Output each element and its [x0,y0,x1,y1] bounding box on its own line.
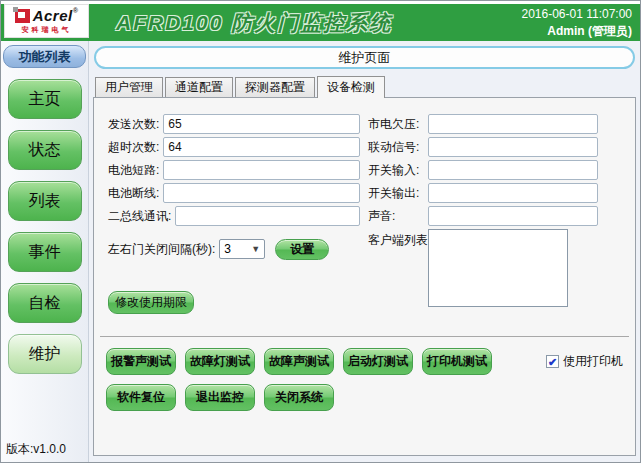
linkage-signal-input[interactable] [428,137,598,157]
switch-output-label: 开关输出: [368,185,426,202]
start-light-test-button[interactable]: 启动灯测试 [343,348,413,375]
door-interval-row: 左右门关闭间隔(秒): 3 ▼ 设置 [108,238,360,260]
fault-sound-test-button[interactable]: 故障声测试 [264,348,334,375]
use-printer-checkbox[interactable]: ✔ [546,355,559,368]
battery-break-label: 电池断线: [108,185,159,202]
printer-checkbox-group: ✔ 使用打印机 [546,353,627,370]
device-check-panel: 发送次数: 超时次数: 电池短路: 电池断线: [93,97,636,456]
tab-strip: 用户管理 通道配置 探测器配置 设备检测 [93,76,636,97]
sidebar-item-events[interactable]: 事件 [8,232,82,272]
chevron-down-icon: ▼ [249,243,262,256]
send-count-label: 发送次数: [108,116,159,133]
sound-input[interactable] [428,206,598,226]
timeout-count-label: 超时次数: [108,139,159,156]
acrel-logo-icon [15,9,30,23]
acrel-logo: Acrel® 安科瑞电气 [4,4,89,38]
two-bus-comm-label: 二总线通讯: [108,208,171,225]
mains-undervoltage-label: 市电欠压: [368,116,426,133]
timeout-count-input[interactable] [163,137,360,157]
switch-input-label: 开关输入: [368,162,426,179]
sidebar-item-selfcheck[interactable]: 自检 [8,283,82,323]
linkage-signal-label: 联动信号: [368,139,426,156]
printer-test-button[interactable]: 打印机测试 [422,348,492,375]
software-reset-button[interactable]: 软件复位 [106,384,176,411]
form-right-column: 市电欠压: 联动信号: 开关输入: 开关输出: [368,114,598,336]
shutdown-system-button[interactable]: 关闭系统 [264,384,334,411]
form-row: 联动信号: [368,137,598,157]
sound-label: 声音: [368,208,426,225]
form-left-column: 发送次数: 超时次数: 电池短路: 电池断线: [108,114,360,336]
sidebar-item-maintenance[interactable]: 维护 [8,334,82,374]
sidebar: 功能列表 主页 状态 列表 事件 自检 维护 版本:v1.0.0 [1,41,89,462]
client-listbox[interactable] [428,229,568,307]
door-interval-select[interactable]: 3 ▼ [219,239,265,259]
battery-break-input[interactable] [163,183,360,203]
tab-detector-config[interactable]: 探测器配置 [235,77,315,97]
app-window: Acrel® 安科瑞电气 AFRD100 防火门监控系统 2016-06-01 … [0,0,641,463]
fault-light-test-button[interactable]: 故障灯测试 [185,348,255,375]
switch-input-input[interactable] [428,160,598,180]
door-interval-value: 3 [224,242,231,256]
current-user-label: Admin (管理员) [521,23,632,39]
form-row: 电池短路: [108,160,360,180]
app-title: AFRD100 防火门监控系统 [116,9,392,37]
page-title: 维护页面 [94,46,635,69]
switch-output-input[interactable] [428,183,598,203]
datetime-label: 2016-06-01 11:07:00 [521,6,632,22]
device-check-form: 发送次数: 超时次数: 电池短路: 电池断线: [94,98,635,336]
header-status: 2016-06-01 11:07:00 Admin (管理员) [521,6,632,38]
version-label: 版本:v1.0.0 [6,441,66,458]
client-list-label: 客户端列表: [368,229,426,249]
door-interval-label: 左右门关闭间隔(秒): [108,241,215,258]
tab-device-check[interactable]: 设备检测 [317,76,385,98]
use-printer-label: 使用打印机 [563,353,623,370]
two-bus-comm-input[interactable] [175,206,360,226]
form-row: 超时次数: [108,137,360,157]
send-count-input[interactable] [163,114,360,134]
brand-subtitle: 安科瑞电气 [22,25,72,35]
form-row: 开关输出: [368,183,598,203]
brand-name: Acrel® [33,7,79,24]
form-row: 二总线通讯: [108,206,360,226]
tab-user-management[interactable]: 用户管理 [95,77,163,97]
mains-undervoltage-input[interactable] [428,114,598,134]
form-row: 开关输入: [368,160,598,180]
system-button-row: 软件复位 退出监控 关闭系统 [106,384,627,411]
alarm-sound-test-button[interactable]: 报警声测试 [106,348,176,375]
sidebar-item-status[interactable]: 状态 [8,130,82,170]
client-list-row: 客户端列表: [368,229,598,307]
set-button[interactable]: 设置 [275,239,329,260]
sidebar-item-list[interactable]: 列表 [8,181,82,221]
test-button-row: 报警声测试 故障灯测试 故障声测试 启动灯测试 打印机测试 ✔ 使用打印机 [106,348,627,375]
app-header: Acrel® 安科瑞电气 AFRD100 防火门监控系统 2016-06-01 … [1,4,640,41]
sidebar-header: 功能列表 [3,45,86,68]
sidebar-item-home[interactable]: 主页 [8,79,82,119]
battery-short-input[interactable] [163,160,360,180]
tab-channel-config[interactable]: 通道配置 [165,77,233,97]
form-row: 市电欠压: [368,114,598,134]
form-row: 电池断线: [108,183,360,203]
main-area: 维护页面 用户管理 通道配置 探测器配置 设备检测 发送次数: 超时次数: [89,41,640,462]
modify-license-button[interactable]: 修改使用期限 [108,291,194,314]
battery-short-label: 电池短路: [108,162,159,179]
form-row: 发送次数: [108,114,360,134]
registered-mark: ® [73,7,79,14]
exit-monitor-button[interactable]: 退出监控 [185,384,255,411]
form-row: 声音: [368,206,598,226]
actions-area: 报警声测试 故障灯测试 故障声测试 启动灯测试 打印机测试 ✔ 使用打印机 软件… [94,337,635,455]
